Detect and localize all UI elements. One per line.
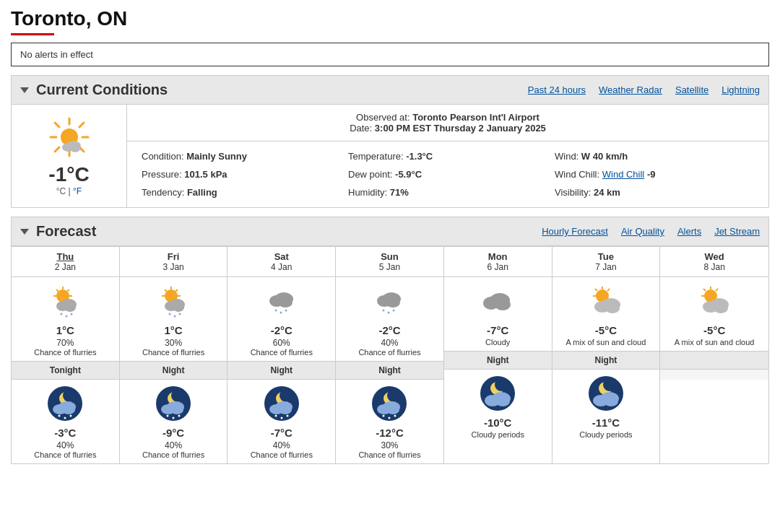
forecast-night-desc-2: Chance of flurries: [230, 450, 332, 459]
dewpoint-item: Dew point: -5.9°C: [348, 167, 547, 182]
forecast-day-temp-5: -5°C: [555, 324, 657, 336]
forecast-night-pct-1: 40%: [123, 440, 225, 450]
forecast-day-content-4: -7°C Cloudy: [444, 277, 552, 352]
svg-point-28: [63, 389, 76, 402]
current-conditions-header: Current Conditions Past 24 hours Weather…: [12, 76, 768, 105]
sun-icon: [48, 115, 91, 159]
svg-point-33: [64, 417, 66, 419]
svg-point-47: [174, 315, 176, 318]
cc-observed: Observed at: Toronto Pearson Int'l Airpo…: [127, 105, 768, 141]
forecast-header: Forecast Hourly Forecast Air Quality Ale…: [12, 217, 768, 246]
forecast-night-content-4: -10°C Cloudy periods: [444, 370, 552, 443]
forecast-day-pct-2: 60%: [230, 338, 332, 348]
svg-point-107: [603, 378, 616, 391]
forecast-night-header-2: Night: [228, 362, 335, 380]
forecast-day-desc-6: A mix of sun and cloud: [663, 338, 766, 346]
weather-radar-link[interactable]: Weather Radar: [599, 84, 662, 95]
forecast-night-content-0: -3°C 40% Chance of flurries: [12, 380, 119, 463]
forecast-links: Hourly Forecast Air Quality Alerts Jet S…: [542, 226, 760, 237]
svg-point-77: [388, 312, 390, 314]
svg-point-71: [280, 417, 282, 419]
svg-point-51: [171, 389, 184, 402]
svg-point-93: [495, 378, 508, 391]
svg-line-7: [79, 123, 84, 127]
svg-point-78: [393, 310, 395, 312]
forecast-grid: Thu 2 Jan 1°C 70% Chance of flurries Ton…: [12, 246, 768, 463]
lightning-link[interactable]: Lightning: [722, 84, 760, 95]
tendency-item: Tendency: Falling: [142, 185, 341, 200]
svg-point-66: [280, 389, 292, 402]
forecast-day-date-2: 4 Jan: [230, 262, 332, 272]
svg-point-69: [279, 406, 292, 414]
svg-point-31: [62, 406, 75, 414]
jet-stream-link[interactable]: Jet Stream: [714, 226, 760, 237]
forecast-section: Forecast Hourly Forecast Air Quality Ale…: [11, 217, 769, 464]
svg-point-56: [173, 417, 175, 419]
forecast-col-0: Thu 2 Jan 1°C 70% Chance of flurries Ton…: [12, 247, 120, 463]
forecast-day-header-4: Mon 6 Jan: [444, 247, 552, 277]
svg-point-76: [383, 310, 385, 312]
forecast-night-temp-0: -3°C: [14, 427, 116, 439]
svg-point-96: [495, 396, 510, 406]
forecast-day-name-6: Wed: [663, 251, 766, 262]
past-24-hours-link[interactable]: Past 24 hours: [528, 84, 586, 95]
svg-point-25: [71, 313, 73, 315]
forecast-night-temp-3: -12°C: [339, 427, 441, 439]
visibility-item: Visibility: 24 km: [555, 185, 754, 200]
humidity-item: Humidity: 71%: [348, 185, 547, 200]
satellite-link[interactable]: Satellite: [675, 84, 708, 95]
forecast-day-desc-4: Cloudy: [447, 338, 549, 346]
collapse-icon[interactable]: [20, 87, 29, 93]
forecast-day-name-0: Thu: [14, 251, 116, 262]
forecast-day-date-0: 2 Jan: [14, 262, 116, 272]
title-underline: [11, 33, 54, 35]
svg-point-87: [394, 415, 396, 417]
forecast-day-pct-0: 70%: [14, 338, 116, 348]
forecast-day-temp-6: -5°C: [663, 324, 766, 336]
forecast-col-4: Mon 6 Jan -7°C Cloudy Night -10°C Cloudy…: [444, 247, 552, 463]
forecast-night-pct-2: 40%: [230, 440, 332, 450]
svg-point-46: [169, 313, 171, 315]
svg-point-11: [70, 145, 80, 152]
svg-line-17: [56, 289, 58, 292]
forecast-col-2: Sat 4 Jan -2°C 60% Chance of flurries Ni…: [228, 247, 336, 463]
forecast-day-content-3: -2°C 40% Chance of flurries: [336, 277, 443, 362]
forecast-day-desc-0: Chance of flurries: [14, 348, 116, 357]
forecast-night-desc-0: Chance of flurries: [14, 450, 116, 459]
svg-point-84: [386, 406, 399, 414]
svg-line-40: [165, 289, 167, 292]
forecast-night-temp-1: -9°C: [123, 427, 225, 439]
current-conditions-section: Current Conditions Past 24 hours Weather…: [11, 75, 769, 208]
forecast-night-desc-4: Cloudy periods: [447, 430, 549, 439]
forecast-col-1: Fri 3 Jan 1°C 30% Chance of flurries Nig…: [120, 247, 228, 463]
forecast-day-header-0: Thu 2 Jan: [12, 247, 119, 277]
alert-text: No alerts in effect: [20, 49, 93, 60]
forecast-day-pct-3: 40%: [339, 338, 441, 348]
svg-point-32: [58, 415, 61, 417]
svg-point-81: [387, 389, 400, 402]
current-conditions-body: -1°C °C | °F Observed at: Toronto Pearso…: [12, 105, 768, 207]
forecast-night-desc-3: Chance of flurries: [339, 450, 441, 459]
forecast-day-date-4: 6 Jan: [447, 262, 549, 272]
forecast-day-date-6: 8 Jan: [663, 262, 766, 272]
wind-item: Wind: W 40 km/h: [555, 149, 754, 164]
hourly-forecast-link[interactable]: Hourly Forecast: [542, 226, 608, 237]
alert-box: No alerts in effect: [11, 43, 769, 66]
svg-point-72: [286, 415, 288, 417]
current-conditions-title: Current Conditions: [20, 82, 168, 98]
fahrenheit-link[interactable]: °F: [73, 186, 82, 196]
forecast-day-pct-1: 30%: [123, 338, 225, 348]
air-quality-link[interactable]: Air Quality: [621, 226, 664, 237]
forecast-day-content-5: -5°C A mix of sun and cloud: [552, 277, 660, 352]
forecast-night-content-1: -9°C 40% Chance of flurries: [120, 380, 228, 463]
forecast-collapse-icon[interactable]: [20, 229, 29, 235]
alerts-link[interactable]: Alerts: [677, 226, 701, 237]
svg-point-45: [173, 303, 184, 312]
forecast-night-header-0: Tonight: [12, 362, 119, 380]
forecast-night-content-5: -11°C Cloudy periods: [552, 370, 660, 443]
svg-line-42: [176, 289, 178, 292]
forecast-day-temp-4: -7°C: [447, 324, 549, 336]
svg-point-23: [61, 313, 63, 315]
forecast-night-pct-3: 30%: [339, 440, 441, 450]
svg-point-55: [167, 415, 169, 417]
